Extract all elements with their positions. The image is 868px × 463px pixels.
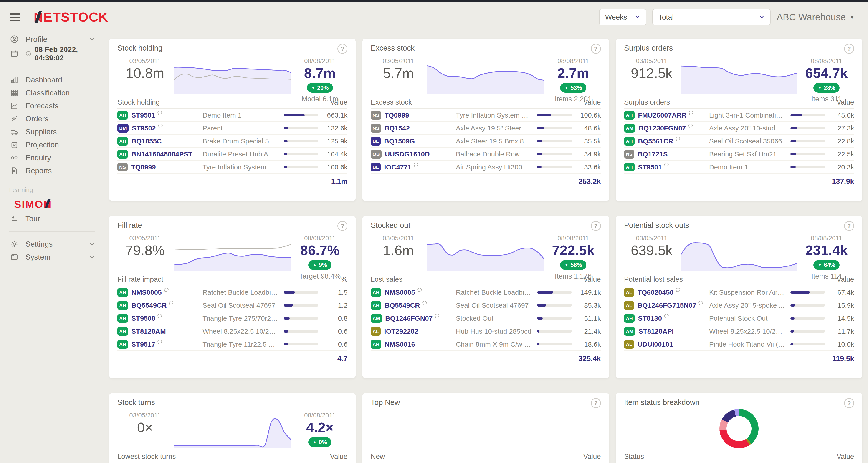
table-row[interactable]: BM ST9502 Parent 132.6k <box>117 122 347 135</box>
filter-select[interactable]: Total <box>652 9 771 25</box>
table-row[interactable]: NS TQ0999 Tyre Inflation System Kit M...… <box>371 109 601 122</box>
table-row[interactable]: NS BQ1721S Bearing Set Skf Hm212011/hm..… <box>624 148 854 161</box>
sidebar-item-orders[interactable]: Orders <box>0 112 104 125</box>
sidebar-item-settings[interactable]: Settings <box>0 237 104 251</box>
table-row[interactable]: AL TQ6020450 Kit Suspension Ror Air Flx1… <box>624 286 854 299</box>
sidebar-date-row[interactable]: 08 Feb 2022, 04:39:02 <box>0 47 104 61</box>
sidebar-item-system[interactable]: System <box>0 251 104 263</box>
table-row[interactable]: NS BQ1542 Axle Assy 19.5" Steer ... 48.6… <box>371 122 601 135</box>
table-row[interactable]: AM BQ1246FGN07 Stocked Out 51.1k <box>371 312 601 325</box>
item-code-link[interactable]: BQ5549CR <box>131 301 166 309</box>
comment-bubble-icon[interactable] <box>157 123 163 129</box>
table-row[interactable]: AH BQ5561CR Seal Oil Scotseal 35066 22.8… <box>624 135 854 148</box>
item-code-link[interactable]: TQ0999 <box>384 111 409 119</box>
table-row[interactable]: AM ST8128API Wheel 8.25x22.5 10/285 Alum… <box>624 325 854 338</box>
table-row[interactable]: AL UDUI00101 Pintle Hook Titano Vii (250… <box>624 338 854 351</box>
comment-bubble-icon[interactable] <box>416 287 423 294</box>
comment-bubble-icon[interactable] <box>688 110 694 117</box>
table-row[interactable]: OB UUSDG1610D Ballrace Double Row 16t 10… <box>371 148 601 161</box>
comment-bubble-icon[interactable] <box>675 136 681 143</box>
item-code-link[interactable]: NMS0005 <box>131 289 161 296</box>
item-code-link[interactable]: BQ1855C <box>131 137 161 145</box>
item-code-link[interactable]: ST8130 <box>638 315 662 322</box>
item-code-link[interactable]: ST9502 <box>132 124 156 132</box>
comment-bubble-icon[interactable] <box>698 300 704 307</box>
comment-bubble-icon[interactable] <box>663 313 670 320</box>
help-icon[interactable]: ? <box>337 44 347 54</box>
comment-bubble-icon[interactable] <box>434 313 440 320</box>
help-icon[interactable]: ? <box>844 44 854 54</box>
item-code-link[interactable]: BQ5549CR <box>385 301 420 309</box>
hamburger-menu-icon[interactable] <box>10 13 21 21</box>
help-icon[interactable]: ? <box>337 221 347 231</box>
simon-logo[interactable]: SIMON <box>14 198 52 210</box>
item-code-link[interactable]: IOC4771 <box>384 163 411 171</box>
item-code-link[interactable]: NMS0016 <box>385 341 415 348</box>
sidebar-item-projection[interactable]: Projection <box>0 138 104 151</box>
item-code-link[interactable]: ST9501 <box>131 111 155 119</box>
table-row[interactable]: AH BQ5549CR Seal Oil Scotseal 47697 1.2 <box>117 299 347 312</box>
item-code-link[interactable]: BQ1542 <box>384 124 410 132</box>
table-row[interactable]: AH ST9517 Triangle Tyre 11r22.5 Tr668 0.… <box>117 338 347 351</box>
item-code-link[interactable]: TQ6020450 <box>638 289 674 296</box>
item-code-link[interactable]: FMU26007ARR <box>638 111 686 119</box>
table-row[interactable]: AH BQ5549CR Seal Oil Scotseal 47697 85.3… <box>371 299 601 312</box>
sidebar-item-profile[interactable]: Profile <box>0 32 104 47</box>
sidebar-item-enquiry[interactable]: Enquiry <box>0 151 104 164</box>
comment-bubble-icon[interactable] <box>688 123 693 129</box>
table-row[interactable]: AH ST9501 Demo Item 1 663.1k <box>117 109 347 122</box>
item-code-link[interactable]: BQ1721S <box>638 150 668 158</box>
help-icon[interactable]: ? <box>591 44 601 54</box>
sidebar-item-classification[interactable]: Classification <box>0 86 104 99</box>
item-code-link[interactable]: IOT292282 <box>384 327 418 335</box>
comment-bubble-icon[interactable] <box>157 339 163 346</box>
help-icon[interactable]: ? <box>844 398 854 408</box>
table-row[interactable]: BL BQ1509G Axle Steer 19.5 Bmx 8/275 1..… <box>371 135 601 148</box>
comment-bubble-icon[interactable] <box>157 313 163 320</box>
comment-bubble-icon[interactable] <box>157 110 163 117</box>
table-row[interactable]: AH ST8128AM Wheel 8.25x22.5 10/285 Alum.… <box>117 325 347 338</box>
table-row[interactable]: BL IOC4771 Air Spring Assy Ht300 Hendr..… <box>371 161 601 174</box>
table-row[interactable]: AH FMU26007ARR Light 3-in-1 Combination … <box>624 109 854 122</box>
comment-bubble-icon[interactable] <box>675 287 681 294</box>
item-code-link[interactable]: ST9517 <box>131 341 155 348</box>
period-select[interactable]: Weeks <box>599 9 646 25</box>
item-code-link[interactable]: TQ0999 <box>131 163 156 171</box>
table-row[interactable]: AH BN1416048004PST Duralite Preset Hub A… <box>117 148 347 161</box>
item-code-link[interactable]: ST9508 <box>131 315 155 322</box>
item-code-link[interactable]: ST9501 <box>638 163 662 171</box>
help-icon[interactable]: ? <box>591 221 601 231</box>
comment-bubble-icon[interactable] <box>413 162 419 169</box>
table-row[interactable]: AH BQ1855C Brake Drum Special 5 Spoke D/… <box>117 135 347 148</box>
table-row[interactable]: NS TQ0999 Tyre Inflation System Kit M...… <box>117 161 347 174</box>
help-icon[interactable]: ? <box>844 221 854 231</box>
table-row[interactable]: AH ST9508 Triangle Tyre 275/70r22.5-1...… <box>117 312 347 325</box>
sidebar-item-reports[interactable]: Reports <box>0 164 104 177</box>
item-code-link[interactable]: BQ5561CR <box>638 137 673 145</box>
warehouse-menu[interactable]: ABC Warehouse ▼ <box>777 12 855 23</box>
item-code-link[interactable]: BQ1509G <box>384 137 415 145</box>
sidebar-item-dashboard[interactable]: Dashboard <box>0 73 104 86</box>
table-row[interactable]: AH NMS0005 Ratchet Buckle Loadbinder 5..… <box>117 286 347 299</box>
table-row[interactable]: AH NMS0005 Ratchet Buckle Loadbinder 5..… <box>371 286 601 299</box>
item-code-link[interactable]: ST8128AM <box>131 327 166 335</box>
table-row[interactable]: AL IOT292282 Hub Hus 10-stud 285pcd 21.4… <box>371 325 601 338</box>
comment-bubble-icon[interactable] <box>163 287 169 294</box>
item-code-link[interactable]: BQ1230FGN07 <box>639 124 686 132</box>
table-row[interactable]: AH ST9501 Demo Item 1 20.3k <box>624 161 854 174</box>
table-row[interactable]: AL BQ1246FG715N07 Axle Assy 20" 5-spoke … <box>624 299 854 312</box>
item-code-link[interactable]: BQ1246FGN07 <box>385 315 433 322</box>
item-code-link[interactable]: ST8128API <box>639 327 674 335</box>
sidebar-item-tour[interactable]: Tour <box>0 212 104 225</box>
help-icon[interactable]: ? <box>591 398 601 408</box>
comment-bubble-icon[interactable] <box>422 300 428 307</box>
table-row[interactable]: AH ST8130 Potential Stock Out 14.5k <box>624 312 854 325</box>
table-row[interactable]: AM BQ1230FGN07 Axle Assy 20" 10-stud ...… <box>624 122 854 135</box>
item-code-link[interactable]: BN1416048004PST <box>131 150 192 158</box>
item-code-link[interactable]: BQ1246FG715N07 <box>638 301 696 309</box>
sidebar-item-forecasts[interactable]: Forecasts <box>0 99 104 112</box>
table-row[interactable]: AH NMS0016 Chain 8mm X 9m C/w Grab Hoo..… <box>371 338 601 351</box>
item-code-link[interactable]: UUSDG1610D <box>385 150 430 158</box>
comment-bubble-icon[interactable] <box>663 162 670 169</box>
item-code-link[interactable]: UDUI00101 <box>638 341 673 348</box>
